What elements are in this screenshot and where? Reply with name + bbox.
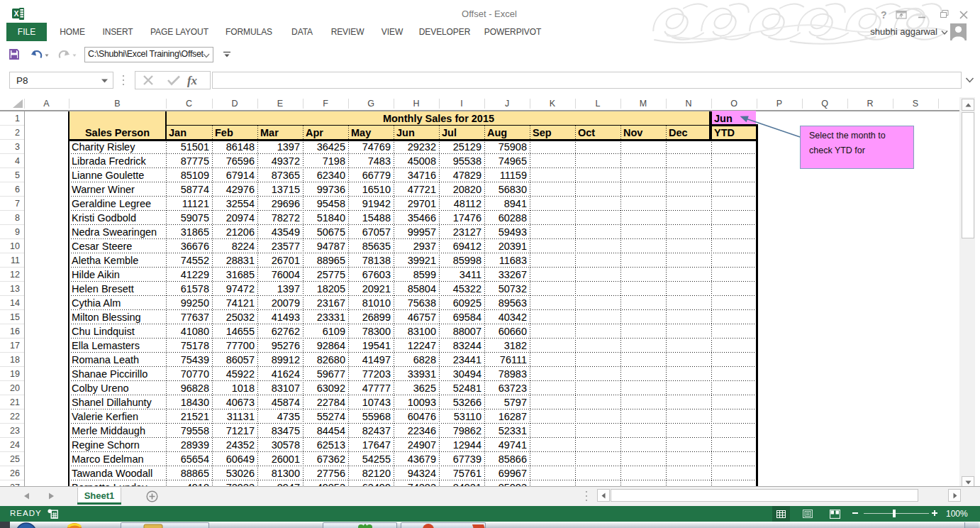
svg-text:?: ? <box>881 9 887 21</box>
svg-text:fx: fx <box>187 74 198 87</box>
svg-text:X: X <box>13 9 18 18</box>
